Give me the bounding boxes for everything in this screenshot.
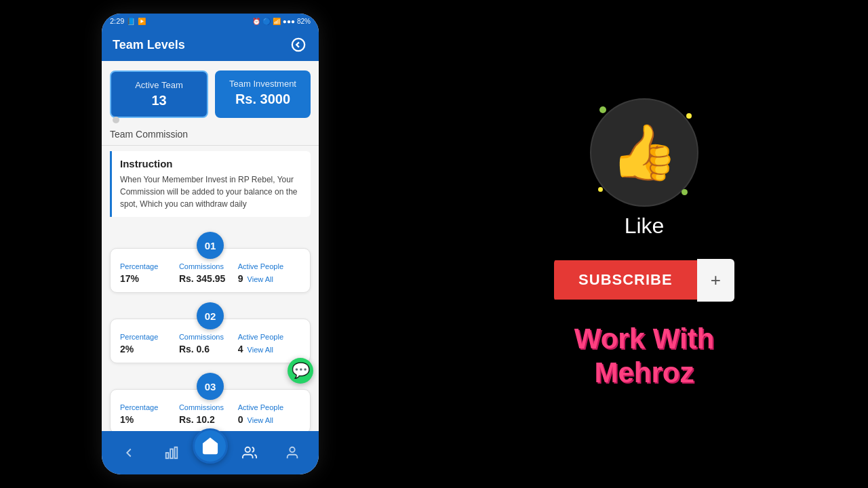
right-area: 👍 Like SUBSCRIBE + Work With Mehroz <box>420 0 868 488</box>
percentage-label: Percentage <box>120 262 172 270</box>
active-team-value: 13 <box>151 93 166 108</box>
svg-point-4 <box>245 447 250 452</box>
view-all-link[interactable]: View All <box>248 416 273 424</box>
app-header: Team Levels <box>102 28 319 61</box>
signal-icon: ●●● <box>283 18 295 25</box>
commissions-value: Rs. 10.2 <box>179 414 231 425</box>
instruction-title: Instruction <box>120 158 302 169</box>
dot-yellow2 <box>598 187 603 192</box>
level-badge: 01 <box>197 232 224 259</box>
wifi-icon: 📶 <box>273 18 281 25</box>
main-content: Active Team 13 Team Investment Rs. 3000 … <box>102 61 319 431</box>
active-people-row: 4 View All <box>238 344 300 354</box>
status-left: 2:29 📘 ▶️ <box>110 17 146 25</box>
header-title: Team Levels <box>113 38 185 52</box>
active-people-row: 0 View All <box>238 414 300 425</box>
nav-chart[interactable] <box>150 445 193 460</box>
phone-frame: 2:29 📘 ▶️ ⏰ 🔵 📶 ●●● 82% Team Levels <box>102 14 319 474</box>
team-commission-label: Team Commission <box>110 129 188 140</box>
percentage-value: 17% <box>120 273 172 284</box>
active-people-col: Active People 4 View All <box>238 333 300 354</box>
thumb-circle: 👍 <box>590 98 698 207</box>
commissions-col: Commissions Rs. 10.2 <box>179 403 231 425</box>
active-people-col: Active People 9 View All <box>238 262 300 284</box>
percentage-col: Percentage 1% <box>120 403 172 425</box>
commissions-label: Commissions <box>179 333 231 341</box>
active-people-value: 0 <box>238 414 243 425</box>
youtube-icon: ▶️ <box>138 18 146 25</box>
active-people-value: 4 <box>238 344 243 354</box>
commissions-value: Rs. 345.95 <box>179 273 231 284</box>
whatsapp-float-button[interactable]: 💬 <box>288 358 313 384</box>
svg-point-5 <box>290 447 294 452</box>
dot-yellow <box>686 113 692 119</box>
bluetooth-icon: 🔵 <box>262 18 271 25</box>
back-button[interactable] <box>289 35 308 54</box>
svg-rect-2 <box>170 449 173 459</box>
nav-back[interactable] <box>107 445 150 460</box>
team-commission-section: Team Commission <box>102 125 319 146</box>
level-badge: 03 <box>197 373 224 400</box>
commissions-value: Rs. 0.6 <box>179 344 231 354</box>
subscribe-label[interactable]: SUBSCRIBE <box>554 260 697 300</box>
nav-profile[interactable] <box>271 445 313 460</box>
svg-point-0 <box>292 39 304 51</box>
level-wrapper: 03 Percentage 1% Commissions Rs. 10.2 Ac… <box>110 373 311 431</box>
thumbs-up-icon: 👍 <box>610 125 678 180</box>
phone-area: 2:29 📘 ▶️ ⏰ 🔵 📶 ●●● 82% Team Levels <box>0 0 420 488</box>
svg-rect-1 <box>165 453 168 458</box>
level-wrapper: 02 Percentage 2% Commissions Rs. 0.6 Act… <box>110 302 311 363</box>
percentage-label: Percentage <box>120 403 172 411</box>
svg-rect-3 <box>174 447 177 459</box>
active-people-label: Active People <box>238 403 300 411</box>
work-with-mehroz-text: Work With Mehroz <box>574 322 715 390</box>
subscribe-plus-icon[interactable]: + <box>697 259 734 302</box>
status-right: ⏰ 🔵 📶 ●●● 82% <box>252 18 311 25</box>
commissions-label: Commissions <box>179 403 231 411</box>
team-investment-label: Team Investment <box>229 79 296 89</box>
alarm-icon: ⏰ <box>252 18 260 25</box>
commissions-col: Commissions Rs. 345.95 <box>179 262 231 284</box>
status-time: 2:29 <box>110 17 124 25</box>
team-investment-card[interactable]: Team Investment Rs. 3000 <box>215 70 311 118</box>
active-people-row: 9 View All <box>238 273 300 284</box>
view-all-link[interactable]: View All <box>248 275 273 283</box>
subscribe-button[interactable]: SUBSCRIBE + <box>554 259 734 302</box>
active-people-value: 9 <box>238 273 243 284</box>
active-people-col: Active People 0 View All <box>238 403 300 425</box>
active-people-label: Active People <box>238 262 300 270</box>
like-section: 👍 Like <box>590 98 698 239</box>
active-team-label: Active Team <box>135 80 183 90</box>
instruction-section: Instruction When Your Memember Invest in… <box>110 151 311 217</box>
battery-level: 82% <box>297 18 311 25</box>
percentage-col: Percentage 2% <box>120 333 172 354</box>
dot-green <box>599 106 606 113</box>
work-line1: Work With <box>574 323 715 354</box>
top-cards: Active Team 13 Team Investment Rs. 3000 <box>102 61 319 125</box>
work-line2: Mehroz <box>595 357 694 388</box>
commissions-col: Commissions Rs. 0.6 <box>179 333 231 354</box>
dot-green2 <box>682 189 688 195</box>
whatsapp-icon: 💬 <box>292 362 310 380</box>
percentage-col: Percentage 17% <box>120 262 172 284</box>
view-all-link[interactable]: View All <box>248 346 273 354</box>
percentage-value: 1% <box>120 414 172 425</box>
bottom-nav <box>102 431 319 474</box>
active-team-card[interactable]: Active Team 13 <box>110 70 208 118</box>
like-label: Like <box>625 214 665 239</box>
slide-indicator <box>113 117 119 123</box>
level-wrapper: 01 Percentage 17% Commissions Rs. 345.95… <box>110 232 311 293</box>
percentage-label: Percentage <box>120 333 172 341</box>
instruction-text: When Your Memember Invest in RP Rebel, Y… <box>120 174 302 210</box>
facebook-icon: 📘 <box>127 18 135 25</box>
commissions-label: Commissions <box>179 262 231 270</box>
team-investment-value: Rs. 3000 <box>235 92 290 107</box>
nav-home[interactable] <box>193 428 228 464</box>
active-people-label: Active People <box>238 333 300 341</box>
levels-list: 01 Percentage 17% Commissions Rs. 345.95… <box>102 222 319 431</box>
level-badge: 02 <box>197 302 224 329</box>
percentage-value: 2% <box>120 344 172 354</box>
status-bar: 2:29 📘 ▶️ ⏰ 🔵 📶 ●●● 82% <box>102 14 319 28</box>
nav-team[interactable] <box>228 445 271 460</box>
